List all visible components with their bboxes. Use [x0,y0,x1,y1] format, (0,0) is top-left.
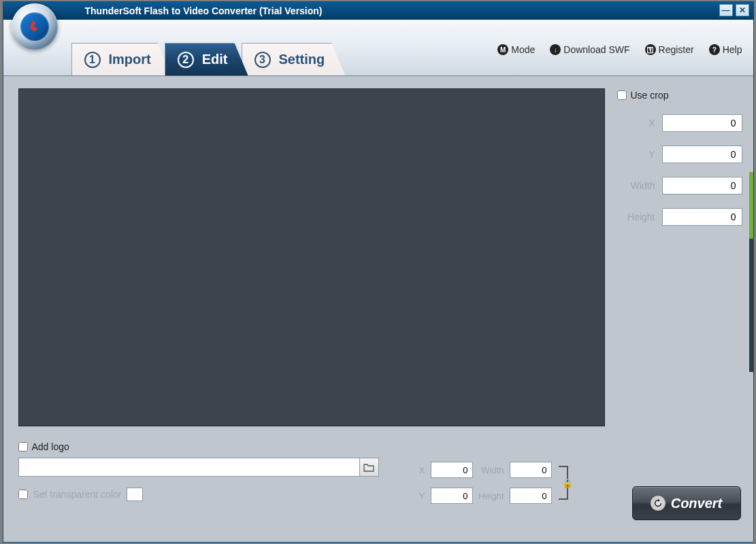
crop-height-label: Height [627,211,655,222]
help-icon: ? [709,44,720,55]
lock-icon[interactable]: 🔒 [563,478,572,488]
logo-dimensions: X Width 🔒 Y Height [399,441,568,505]
crop-height-input[interactable] [662,208,742,226]
titlebar: ThunderSoft Flash to Video Converter (Tr… [3,2,753,20]
add-logo-checkbox[interactable]: Add logo [18,441,386,452]
register-link[interactable]: ⚿ Register [645,44,694,55]
crop-width-label: Width [631,180,655,191]
logo-width-input[interactable] [510,462,552,478]
transparent-color-checkbox[interactable] [18,490,28,499]
tab-setting[interactable]: 3 Setting [242,43,346,75]
logo-path-input[interactable] [18,458,360,477]
transparent-color-swatch[interactable] [127,488,143,501]
crop-panel: Use crop X Y Width Height [617,88,742,426]
key-icon: ⚿ [645,44,656,55]
help-link[interactable]: ? Help [709,44,742,55]
folder-icon [363,462,374,472]
crop-x-label: X [648,118,655,129]
content-area: Use crop X Y Width Height [3,76,753,426]
crop-y-label: Y [648,149,655,160]
window-title: ThunderSoft Flash to Video Converter (Tr… [85,5,323,16]
browse-button[interactable] [360,458,379,477]
mode-icon: M [497,44,508,55]
mode-link[interactable]: M Mode [497,44,535,55]
preview-area [18,88,605,426]
logo-y-input[interactable] [431,488,473,504]
minimize-button[interactable]: — [719,4,733,16]
crop-y-input[interactable] [662,146,742,163]
use-crop-checkbox[interactable]: Use crop [617,90,742,101]
logo-x-input[interactable] [431,462,473,478]
tab-edit[interactable]: 2 Edit [165,43,248,75]
app-window: ThunderSoft Flash to Video Converter (Tr… [3,1,754,543]
app-logo [12,3,58,50]
convert-button[interactable]: Convert [632,486,741,520]
close-button[interactable]: ✕ [736,4,749,16]
crop-width-input[interactable] [662,177,742,194]
logo-height-input[interactable] [510,488,552,504]
convert-icon [651,496,665,511]
download-icon: ↓ [550,44,561,55]
logo-section: Add logo Set transparent color [18,441,386,505]
tab-import[interactable]: 1 Import [71,43,171,75]
download-swf-link[interactable]: ↓ Download SWF [550,44,629,55]
crop-x-input[interactable] [662,114,742,132]
toolbar-links: M Mode ↓ Download SWF ⚿ Register ? Help [497,44,742,55]
transparent-color-label: Set transparent color [33,489,122,500]
tabbar: 1 Import 2 Edit 3 Setting M Mode ↓ Downl… [3,20,753,76]
